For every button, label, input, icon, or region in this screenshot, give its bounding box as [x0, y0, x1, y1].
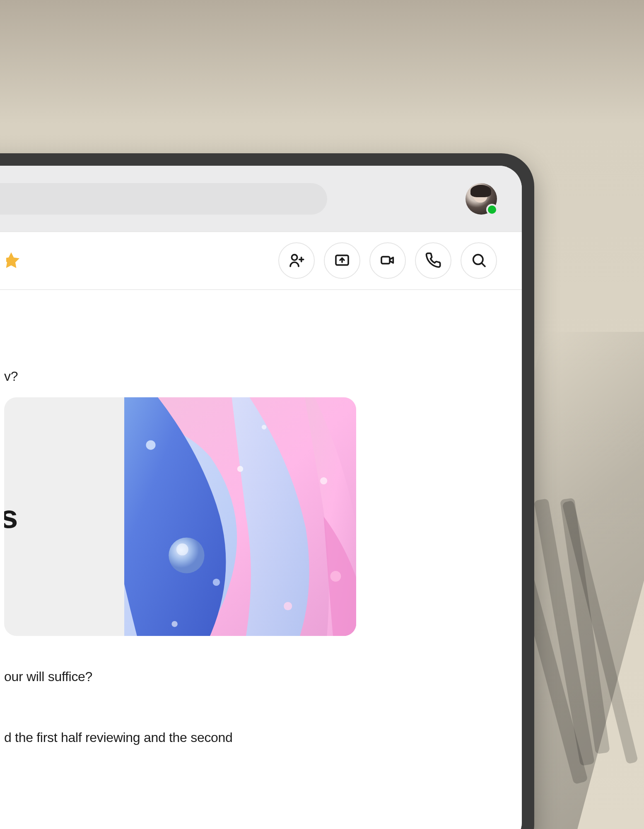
svg-point-17 — [171, 621, 177, 627]
attachment-thumbnail — [124, 397, 356, 636]
app-window: v? s — [0, 166, 522, 829]
search-icon — [470, 252, 487, 270]
message-text: our will suffice? — [4, 669, 497, 684]
conversation-toolbar — [0, 232, 522, 290]
attachment-card[interactable]: s — [4, 397, 356, 636]
background-shadow-stripes — [536, 498, 619, 788]
attachment-title: s — [4, 501, 17, 532]
star-icon[interactable] — [6, 251, 21, 271]
svg-point-15 — [320, 477, 327, 484]
screen-share-button[interactable] — [324, 242, 360, 279]
phone-icon — [425, 252, 441, 270]
add-person-icon — [288, 252, 305, 270]
svg-point-9 — [169, 537, 204, 573]
svg-point-0 — [292, 254, 297, 260]
svg-point-12 — [237, 466, 243, 472]
search-button[interactable] — [461, 242, 497, 279]
video-call-button[interactable] — [369, 242, 406, 279]
message-text: v? — [4, 369, 497, 384]
svg-point-11 — [146, 440, 155, 450]
search-input[interactable] — [0, 183, 327, 215]
svg-point-16 — [262, 425, 267, 430]
top-bar — [0, 166, 522, 232]
message-text: d the first half reviewing and the secon… — [4, 730, 497, 745]
svg-point-14 — [284, 602, 292, 610]
device-screen: v? s — [0, 166, 522, 829]
audio-call-button[interactable] — [415, 242, 451, 279]
svg-point-13 — [213, 579, 220, 586]
svg-point-18 — [330, 571, 341, 582]
video-icon — [379, 252, 396, 270]
presence-indicator-icon — [486, 204, 498, 215]
add-person-button[interactable] — [278, 242, 315, 279]
chat-content: v? s — [0, 290, 522, 829]
user-avatar-button[interactable] — [466, 183, 497, 215]
svg-line-7 — [482, 263, 485, 266]
svg-point-10 — [176, 544, 188, 556]
screen-share-icon — [334, 252, 350, 270]
device-frame: v? s — [0, 153, 534, 829]
attachment-info: s — [4, 397, 124, 636]
svg-rect-5 — [381, 256, 390, 263]
